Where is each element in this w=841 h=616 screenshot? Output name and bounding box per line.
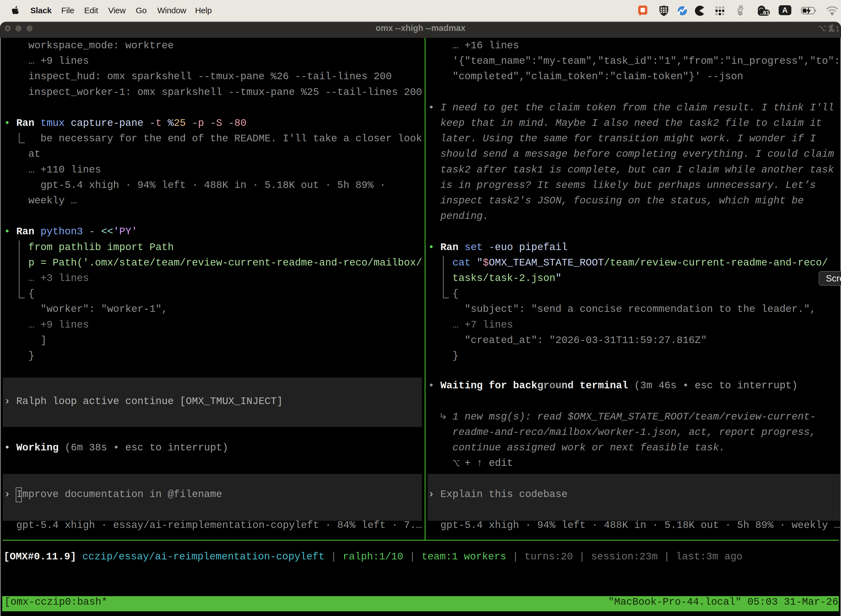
svg-text:1: 1 bbox=[835, 25, 840, 32]
svg-text:A: A bbox=[782, 6, 788, 14]
svg-text:..61: ..61 bbox=[760, 9, 769, 16]
